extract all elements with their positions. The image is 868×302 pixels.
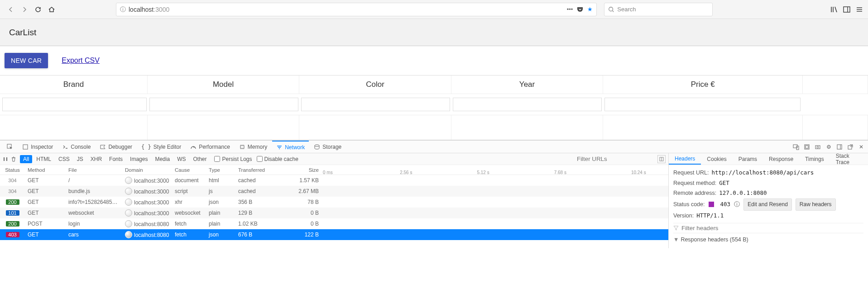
col-transferred[interactable]: Transferred — [235, 167, 283, 173]
library-icon[interactable] — [830, 5, 838, 14]
filter-fonts[interactable]: Fonts — [106, 155, 126, 163]
home-button[interactable] — [45, 3, 58, 16]
page-actions-icon[interactable]: ••• — [567, 6, 573, 13]
response-headers-section[interactable]: Response headers (554 B) — [681, 235, 748, 245]
iframe-icon[interactable] — [803, 143, 811, 151]
remote-address-value: 127.0.0.1:8080 — [719, 189, 767, 196]
new-car-button[interactable]: NEW CAR — [5, 53, 48, 68]
filter-price[interactable] — [604, 98, 801, 111]
bookmark-star-icon[interactable]: ★ — [587, 6, 593, 13]
tab-memory[interactable]: Memory — [235, 141, 271, 153]
tab-storage[interactable]: Storage — [310, 141, 345, 153]
popout-icon[interactable] — [846, 143, 854, 151]
right-tab-stack[interactable]: Stack Trace — [830, 153, 868, 165]
filter-brand[interactable] — [2, 98, 147, 111]
filter-year[interactable] — [453, 98, 602, 111]
request-url-label: Request URL: — [673, 170, 709, 176]
settings-icon[interactable]: ⚙ — [825, 143, 833, 151]
network-row[interactable]: 200POSTloginlocalhost:8080fetchplain1.02… — [0, 218, 668, 229]
url-text: localhost:3000 — [129, 6, 564, 13]
col-price[interactable]: Price € — [603, 76, 803, 94]
request-method-label: Request method: — [673, 180, 716, 186]
right-tab-headers[interactable]: Headers — [669, 153, 701, 165]
remote-address-label: Remote address: — [673, 190, 716, 196]
filter-html[interactable]: HTML — [33, 155, 54, 163]
filter-headers-input[interactable] — [681, 225, 863, 231]
filter-css[interactable]: CSS — [55, 155, 73, 163]
filter-all[interactable]: All — [20, 155, 32, 163]
filter-urls-input[interactable] — [577, 156, 654, 162]
col-cause[interactable]: Cause — [172, 167, 206, 173]
dock-side-icon[interactable] — [835, 143, 844, 151]
filter-media[interactable]: Media — [152, 155, 173, 163]
network-row[interactable]: 403GETcarslocalhost:8080fetchjson676 B12… — [0, 229, 668, 240]
status-code-value: 403 — [720, 199, 731, 210]
col-brand[interactable]: Brand — [0, 76, 148, 94]
network-row[interactable]: 101GETwebsocketlocalhost:3000websocketpl… — [0, 208, 668, 218]
filter-ws[interactable]: WS — [174, 155, 189, 163]
clear-icon[interactable] — [11, 156, 16, 162]
disable-cache[interactable]: Disable cache — [257, 156, 298, 162]
car-table-header: Brand Model Color Year Price € — [0, 76, 868, 94]
tab-style-editor[interactable]: { }Style Editor — [137, 141, 185, 153]
col-file[interactable]: File — [66, 167, 122, 173]
status-help-icon[interactable]: ⓘ — [734, 199, 740, 210]
network-row[interactable]: 304GET/localhost:3000documenthtmlcached1… — [0, 175, 668, 186]
request-url-value: http://localhost:8080/api/cars — [712, 169, 814, 176]
col-domain[interactable]: Domain — [122, 167, 172, 173]
col-type[interactable]: Type — [206, 167, 235, 173]
info-icon[interactable]: ⓘ — [120, 5, 126, 14]
edit-resend-button[interactable]: Edit and Resend — [743, 198, 792, 211]
col-size[interactable]: Size — [283, 167, 321, 173]
screenshot-icon[interactable] — [814, 143, 822, 151]
forward-button[interactable] — [18, 3, 31, 16]
tab-console[interactable]: Console — [58, 141, 95, 153]
version-value: HTTP/1.1 — [696, 212, 724, 219]
version-label: Version: — [673, 212, 694, 219]
back-button[interactable] — [5, 3, 17, 16]
tab-performance[interactable]: Performance — [186, 141, 234, 153]
network-row[interactable]: 200GETinfo?t=15282648558...localhost:300… — [0, 197, 668, 208]
search-icon — [608, 6, 614, 13]
filter-images[interactable]: Images — [127, 155, 151, 163]
tab-network[interactable]: Network — [272, 141, 309, 153]
filter-js[interactable]: JS — [74, 155, 86, 163]
raw-headers-button[interactable]: Raw headers — [796, 198, 836, 211]
network-row[interactable]: 304GETbundle.jslocalhost:3000scriptjscac… — [0, 186, 668, 197]
svg-rect-4 — [240, 146, 244, 148]
right-tab-response[interactable]: Response — [763, 153, 799, 165]
export-csv-link[interactable]: Export CSV — [62, 57, 100, 65]
close-devtools-icon[interactable]: ✕ — [857, 143, 865, 151]
status-color-icon — [709, 202, 714, 207]
filter-xhr[interactable]: XHR — [87, 155, 105, 163]
col-year[interactable]: Year — [451, 76, 603, 94]
search-placeholder: Search — [617, 6, 636, 13]
responsive-icon[interactable] — [792, 143, 800, 151]
tab-debugger[interactable]: Debugger — [96, 141, 136, 153]
filter-model[interactable] — [149, 98, 298, 111]
menu-icon[interactable] — [855, 5, 863, 14]
svg-rect-9 — [806, 146, 808, 148]
funnel-icon — [673, 225, 679, 231]
col-model[interactable]: Model — [148, 76, 299, 94]
browser-search[interactable]: Search — [604, 3, 713, 16]
col-color[interactable]: Color — [299, 76, 451, 94]
svg-rect-1 — [844, 7, 850, 12]
right-tab-timings[interactable]: Timings — [799, 153, 830, 165]
collapse-icon[interactable]: ▼ — [673, 235, 679, 245]
sidebar-icon[interactable] — [843, 5, 851, 14]
url-bar[interactable]: ⓘ localhost:3000 ••• ★ — [116, 3, 597, 16]
pause-icon[interactable] — [3, 156, 8, 162]
tab-inspector[interactable]: Inspector — [18, 141, 57, 153]
pocket-icon[interactable] — [576, 6, 584, 13]
col-status[interactable]: Status — [0, 167, 25, 173]
devtools-picker-icon[interactable] — [3, 141, 17, 153]
reload-button[interactable] — [32, 3, 44, 16]
right-tab-cookies[interactable]: Cookies — [701, 153, 732, 165]
filter-color[interactable] — [301, 98, 450, 111]
right-tab-params[interactable]: Params — [733, 153, 763, 165]
persist-logs[interactable]: Persist Logs — [214, 156, 252, 162]
col-method[interactable]: Method — [25, 167, 66, 173]
har-toggle-icon[interactable] — [657, 155, 666, 163]
filter-other[interactable]: Other — [190, 155, 210, 163]
